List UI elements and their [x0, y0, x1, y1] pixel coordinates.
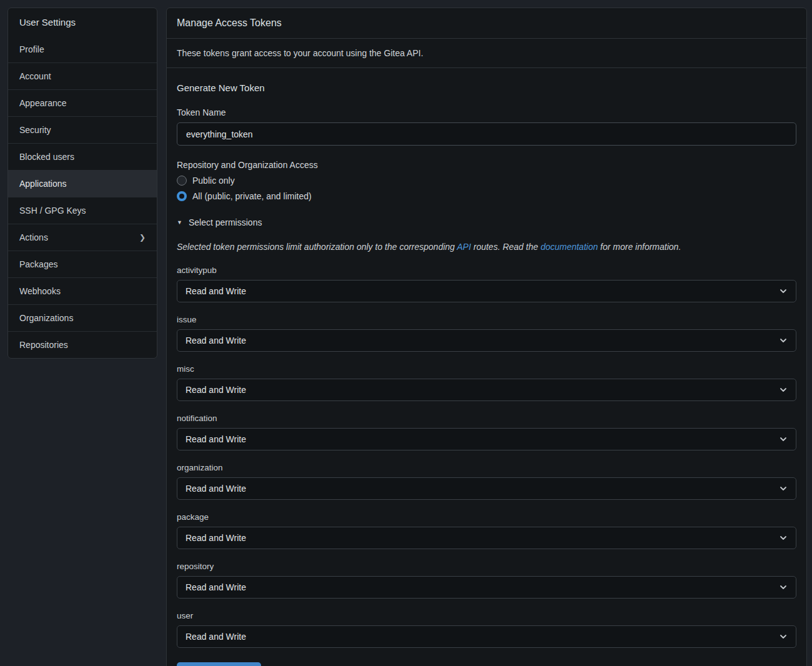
chevron-down-icon [779, 583, 788, 592]
permission-select-organization[interactable]: Read and Write [177, 477, 796, 500]
api-link[interactable]: API [457, 242, 472, 252]
permission-select-notification[interactable]: Read and Write [177, 428, 796, 450]
sidebar-item-label: Organizations [19, 313, 73, 323]
permission-select-value: Read and Write [186, 385, 246, 395]
settings-sidebar: User Settings Profile ❯ Account ❯ Appear… [7, 7, 157, 359]
sidebar-nav: Profile ❯ Account ❯ Appearance ❯ Securit… [8, 36, 157, 358]
radio-icon[interactable] [177, 191, 187, 201]
chevron-down-icon [779, 385, 788, 394]
chevron-right-icon: ❯ [139, 233, 146, 242]
permission-select-value: Read and Write [186, 582, 246, 592]
radio-option-label: All (public, private, and limited) [192, 191, 312, 201]
sidebar-item-packages[interactable]: Packages ❯ [8, 251, 157, 277]
panel-title: Manage Access Tokens [167, 8, 806, 39]
sidebar-item-label: SSH / GPG Keys [19, 206, 86, 216]
permission-select-activitypub[interactable]: Read and Write [177, 280, 796, 302]
radio-option-label: Public only [192, 176, 235, 186]
sidebar-item-label: Appearance [19, 98, 67, 108]
permission-row: notification Read and Write [177, 414, 796, 450]
manage-tokens-panel: Manage Access Tokens These tokens grant … [166, 7, 807, 666]
generate-token-form: Generate New Token Token Name Repository… [167, 68, 806, 666]
sidebar-item-ssh-gpg-keys[interactable]: SSH / GPG Keys ❯ [8, 197, 157, 224]
permission-category-label: notification [177, 414, 796, 423]
sidebar-title: User Settings [8, 8, 157, 36]
permission-row: issue Read and Write [177, 315, 796, 352]
permission-select-value: Read and Write [186, 533, 246, 543]
note-text: Selected token permissions limit authori… [177, 242, 457, 252]
sidebar-item-label: Repositories [19, 340, 68, 350]
sidebar-item-label: Actions [19, 232, 48, 242]
sidebar-item-webhooks[interactable]: Webhooks ❯ [8, 277, 157, 304]
chevron-down-icon [779, 336, 788, 345]
permission-category-label: activitypub [177, 266, 796, 275]
chevron-down-icon [779, 435, 788, 444]
permission-category-label: misc [177, 364, 796, 374]
page-layout: User Settings Profile ❯ Account ❯ Appear… [0, 0, 812, 666]
select-permissions-label: Select permissions [189, 217, 262, 227]
token-name-label: Token Name [177, 107, 796, 117]
access-radio-all-public-private-and-limited[interactable]: All (public, private, and limited) [177, 191, 796, 201]
permission-row: organization Read and Write [177, 463, 796, 500]
permission-category-label: repository [177, 562, 796, 571]
permission-select-issue[interactable]: Read and Write [177, 329, 796, 352]
sidebar-item-account[interactable]: Account ❯ [8, 62, 157, 89]
permission-selects: activitypub Read and Write issue Read an… [177, 266, 796, 648]
permission-row: package Read and Write [177, 512, 796, 549]
permission-select-value: Read and Write [186, 484, 246, 494]
sidebar-item-organizations[interactable]: Organizations ❯ [8, 304, 157, 331]
access-radio-public-only[interactable]: Public only [177, 176, 796, 186]
permission-category-label: organization [177, 463, 796, 472]
token-name-input[interactable] [177, 122, 796, 146]
caret-down-icon: ▼ [177, 219, 182, 226]
permission-select-repository[interactable]: Read and Write [177, 576, 796, 599]
note-text: routes. Read the [471, 242, 540, 252]
sidebar-item-label: Applications [19, 179, 67, 189]
permissions-note: Selected token permissions limit authori… [177, 242, 796, 252]
sidebar-item-label: Account [19, 71, 51, 81]
sidebar-item-label: Profile [19, 44, 44, 54]
permission-row: activitypub Read and Write [177, 266, 796, 302]
sidebar-item-profile[interactable]: Profile ❯ [8, 36, 157, 62]
sidebar-item-label: Webhooks [19, 286, 61, 296]
permission-category-label: package [177, 512, 796, 522]
sidebar-item-appearance[interactable]: Appearance ❯ [8, 89, 157, 116]
sidebar-item-label: Packages [19, 259, 57, 269]
select-permissions-toggle[interactable]: ▼ Select permissions [177, 217, 796, 227]
radio-icon[interactable] [177, 176, 187, 186]
permission-select-package[interactable]: Read and Write [177, 527, 796, 549]
permission-select-user[interactable]: Read and Write [177, 625, 796, 648]
permission-row: repository Read and Write [177, 562, 796, 599]
permission-select-value: Read and Write [186, 434, 246, 444]
permission-category-label: user [177, 611, 796, 620]
repo-org-access-label: Repository and Organization Access [177, 160, 796, 170]
sidebar-item-label: Security [19, 125, 51, 135]
permission-select-value: Read and Write [186, 286, 246, 296]
panel-description: These tokens grant access to your accoun… [167, 39, 806, 68]
sidebar-item-blocked-users[interactable]: Blocked users ❯ [8, 143, 157, 170]
chevron-down-icon [779, 287, 788, 296]
permission-select-value: Read and Write [186, 632, 246, 642]
chevron-down-icon [779, 484, 788, 493]
sidebar-item-security[interactable]: Security ❯ [8, 116, 157, 143]
permission-row: misc Read and Write [177, 364, 796, 401]
chevron-down-icon [779, 534, 788, 542]
access-radio-group: Public only All (public, private, and li… [177, 176, 796, 201]
permission-select-misc[interactable]: Read and Write [177, 379, 796, 401]
documentation-link[interactable]: documentation [540, 242, 598, 252]
chevron-down-icon [779, 632, 788, 641]
note-text: for more information. [598, 242, 681, 252]
sidebar-item-repositories[interactable]: Repositories ❯ [8, 331, 157, 358]
generate-token-button[interactable]: Generate Token [177, 662, 261, 666]
permission-category-label: issue [177, 315, 796, 324]
sidebar-item-label: Blocked users [19, 152, 74, 162]
sidebar-item-applications[interactable]: Applications ❯ [8, 170, 157, 197]
generate-new-token-heading: Generate New Token [177, 82, 796, 93]
permission-select-value: Read and Write [186, 335, 246, 345]
sidebar-item-actions[interactable]: Actions ❯ [8, 224, 157, 251]
permission-row: user Read and Write [177, 611, 796, 648]
